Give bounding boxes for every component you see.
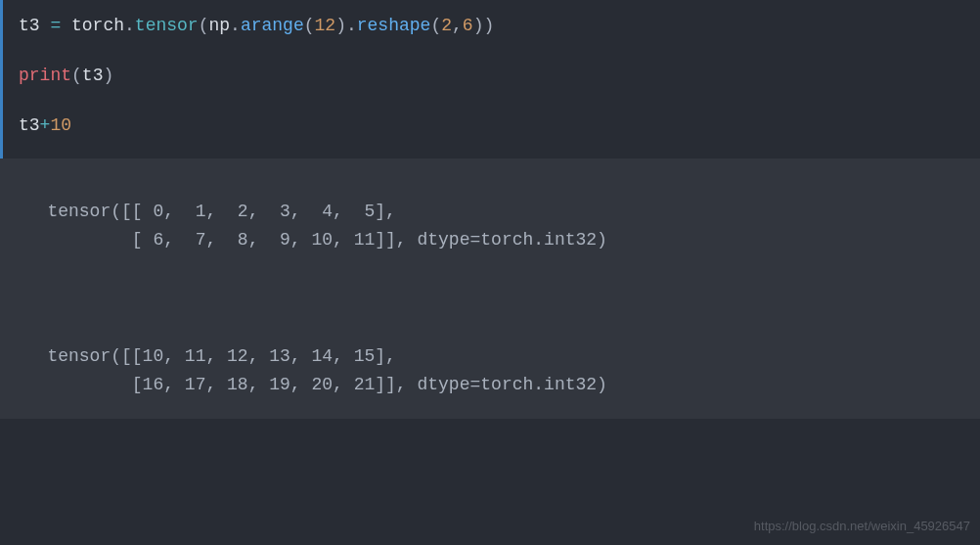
code-token: torch: [71, 16, 124, 35]
code-token: ): [103, 66, 113, 85]
code-token: (: [430, 16, 441, 35]
code-token: .: [124, 16, 135, 35]
code-token: 10: [50, 115, 71, 135]
code-token: arange: [241, 16, 304, 35]
code-token: ): [335, 16, 346, 35]
code-token: .: [230, 16, 241, 35]
code-input-cell[interactable]: t3 = torch.tensor(np.arange(12).reshape(…: [0, 0, 980, 159]
code-token: ,: [452, 16, 463, 35]
code-line-3: t3+10: [19, 112, 964, 140]
code-token: t3: [82, 66, 104, 85]
code-token: 6: [463, 16, 473, 35]
code-token: tensor: [135, 16, 199, 35]
code-line-2: print(t3): [19, 62, 964, 90]
code-token: =: [40, 16, 71, 35]
code-token: (: [199, 16, 209, 35]
code-line-1: t3 = torch.tensor(np.arange(12).reshape(…: [19, 12, 964, 40]
code-token: .: [346, 16, 357, 35]
code-token: +: [40, 115, 51, 135]
code-token: )): [473, 16, 495, 35]
code-token: 12: [315, 16, 336, 35]
output-tensor-1: tensor([[ 0, 1, 2, 3, 4, 5], [ 6, 7, 8, …: [16, 198, 964, 254]
code-token: 2: [441, 16, 452, 35]
watermark-text: https://blog.csdn.net/weixin_45926547: [754, 517, 970, 537]
code-token: t3: [19, 16, 40, 35]
code-token: t3: [19, 115, 40, 135]
code-token: np: [208, 16, 230, 35]
output-tensor-2: tensor([[10, 11, 12, 13, 14, 15], [16, 1…: [16, 342, 964, 399]
code-token: (: [304, 16, 315, 35]
code-token: reshape: [357, 16, 431, 35]
code-output-cell: tensor([[ 0, 1, 2, 3, 4, 5], [ 6, 7, 8, …: [0, 159, 980, 418]
code-token: (: [71, 66, 82, 85]
code-token: print: [19, 66, 71, 85]
